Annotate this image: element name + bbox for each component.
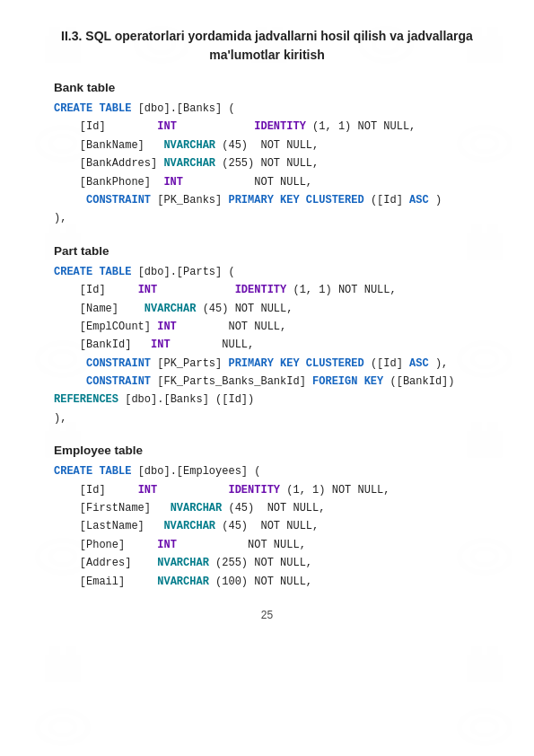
code-line: [LastName] NVARCHAR (45) NOT NULL, <box>54 517 480 535</box>
keyword-int5: INT <box>151 338 171 351</box>
svg-point-44 <box>50 719 75 735</box>
code-line: [Email] NVARCHAR (100) NOT NULL, <box>54 573 480 591</box>
keyword-references: REFERENCES <box>54 393 118 406</box>
bank-table-section: Bank table CREATE TABLE [dbo].[Banks] ( … <box>54 81 480 228</box>
code-line: CREATE TABLE [dbo].[Employees] ( <box>54 462 480 480</box>
code-line: ), <box>54 209 480 227</box>
keyword-int4: INT <box>157 321 177 333</box>
keyword-create2: CREATE <box>54 266 92 278</box>
page-title: II.3. SQL operatorlari yordamida jadvall… <box>54 27 480 65</box>
svg-rect-40 <box>467 655 503 682</box>
svg-point-45 <box>460 711 510 743</box>
code-line: CONSTRAINT [FK_Parts_Banks_BankId] FOREI… <box>54 373 480 391</box>
part-table-code: CREATE TABLE [dbo].[Parts] ( [Id] INT ID… <box>54 263 480 428</box>
keyword-table2: TABLE <box>99 266 131 278</box>
keyword-nvarchar2: NVARCHAR <box>163 157 215 170</box>
keyword-int2: INT <box>163 176 183 189</box>
page-content: II.3. SQL operatorlari yordamida jadvall… <box>0 0 534 657</box>
keyword-pk2: PRIMARY KEY CLUSTERED <box>228 357 363 370</box>
keyword-pk: PRIMARY KEY CLUSTERED <box>228 194 363 207</box>
keyword-asc2: ASC <box>409 357 429 370</box>
bank-table-title: Bank table <box>54 81 480 94</box>
keyword-constraint2: CONSTRAINT <box>86 357 151 370</box>
keyword-constraint3: CONSTRAINT <box>86 375 151 388</box>
keyword-identity2: IDENTITY <box>235 284 287 296</box>
keyword-nvarchar7: NVARCHAR <box>157 576 209 588</box>
code-line: [Name] NVARCHAR (45) NOT NULL, <box>54 300 480 318</box>
keyword-int: INT <box>157 120 177 133</box>
svg-rect-37 <box>45 655 81 682</box>
keyword-asc: ASC <box>409 194 429 207</box>
keyword-int3: INT <box>138 284 158 296</box>
code-line: ), <box>54 409 480 427</box>
keyword-nvarchar5: NVARCHAR <box>163 520 215 532</box>
code-line: CONSTRAINT [PK_Parts] PRIMARY KEY CLUSTE… <box>54 355 480 373</box>
keyword-table3: TABLE <box>99 465 131 478</box>
keyword-nvarchar6: NVARCHAR <box>157 557 209 569</box>
code-line: [BankAddres] NVARCHAR (255) NOT NULL, <box>54 154 480 172</box>
keyword-nvarchar3: NVARCHAR <box>144 303 197 315</box>
code-line: [EmplCOunt] INT NOT NULL, <box>54 318 480 336</box>
keyword-create3: CREATE <box>54 465 92 478</box>
code-line: [Id] INT IDENTITY (1, 1) NOT NULL, <box>54 281 480 299</box>
code-line: [BankPhone] INT NOT NULL, <box>54 173 480 191</box>
svg-point-43 <box>38 711 88 743</box>
page-number: 25 <box>54 609 480 621</box>
code-line: CREATE TABLE [dbo].[Parts] ( <box>54 263 480 281</box>
keyword-identity3: IDENTITY <box>228 484 280 497</box>
code-line: [Addres] NVARCHAR (255) NOT NULL, <box>54 554 480 572</box>
code-line: [BankId] INT NULL, <box>54 336 480 354</box>
code-line: [Id] INT IDENTITY (1, 1) NOT NULL, <box>54 481 480 499</box>
code-line: [BankName] NVARCHAR (45) NOT NULL, <box>54 136 480 154</box>
svg-point-46 <box>472 719 497 735</box>
keyword-constraint: CONSTRAINT <box>86 194 151 207</box>
keyword-int6: INT <box>138 484 158 497</box>
employee-table-section: Employee table CREATE TABLE [dbo].[Emplo… <box>54 444 480 591</box>
keyword-fk: FOREIGN KEY <box>312 375 383 388</box>
code-line: CONSTRAINT [PK_Banks] PRIMARY KEY CLUSTE… <box>54 191 480 209</box>
employee-table-code: CREATE TABLE [dbo].[Employees] ( [Id] IN… <box>54 462 480 591</box>
bank-table-code: CREATE TABLE [dbo].[Banks] ( [Id] INT ID… <box>54 100 480 228</box>
code-line: [Phone] INT NOT NULL, <box>54 536 480 554</box>
keyword-create: CREATE <box>54 102 92 115</box>
employee-table-title: Employee table <box>54 444 480 457</box>
keyword-identity: IDENTITY <box>254 120 306 133</box>
keyword-nvarchar: NVARCHAR <box>163 139 215 152</box>
keyword-nvarchar4: NVARCHAR <box>171 502 223 514</box>
code-line: REFERENCES [dbo].[Banks] ([Id]) <box>54 391 480 409</box>
part-table-title: Part table <box>54 244 480 258</box>
code-line: CREATE TABLE [dbo].[Banks] ( <box>54 100 480 118</box>
code-line: [FirstName] NVARCHAR (45) NOT NULL, <box>54 499 480 517</box>
keyword-table: TABLE <box>99 102 131 115</box>
code-line: [Id] INT IDENTITY (1, 1) NOT NULL, <box>54 118 480 136</box>
part-table-section: Part table CREATE TABLE [dbo].[Parts] ( … <box>54 244 480 428</box>
keyword-int7: INT <box>157 539 177 551</box>
